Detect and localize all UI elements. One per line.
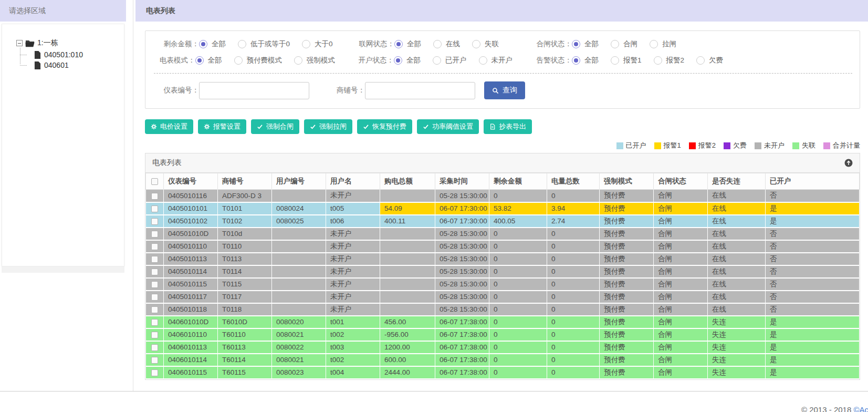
row-checkbox[interactable] [151, 193, 158, 200]
toolbar-button[interactable]: 强制拉闸 [304, 119, 352, 134]
shop-no-input[interactable] [365, 82, 475, 99]
row-checkbox[interactable] [151, 306, 158, 313]
row-checkbox[interactable] [151, 231, 158, 238]
row-checkbox[interactable] [151, 294, 158, 301]
radio-unselected-icon[interactable] [294, 56, 302, 65]
radio-unselected-icon[interactable] [479, 56, 487, 65]
table-row[interactable]: 0405010115T0115未开户05-28 15:30:0000预付费合闸在… [146, 278, 860, 291]
table-cell: 是 [766, 354, 860, 366]
filter-group: 联网状态： 全部 在线 失联 [347, 39, 525, 49]
row-checkbox[interactable] [151, 332, 158, 338]
search-button[interactable]: 查询 [484, 81, 525, 99]
radio-option[interactable]: 强制模式 [294, 56, 335, 65]
table-cell: T0118 [218, 303, 272, 316]
filter-panel: 剩余金额： 全部 低于或等于0 大于0联网状态： 全部 在线 失联合闸状态： 全… [145, 30, 860, 109]
radio-option[interactable]: 全部 [394, 39, 421, 49]
table-row[interactable]: 0406010110T601100080021t002-956.0006-07 … [146, 328, 860, 341]
radio-option[interactable]: 失联 [472, 39, 499, 49]
toolbar-button[interactable]: 电价设置 [145, 119, 193, 134]
toolbar-button[interactable]: 报警设置 [198, 119, 246, 134]
legend-label: 合并计量 [833, 141, 860, 150]
page-title: 电表列表 [135, 0, 868, 22]
radio-unselected-icon[interactable] [433, 40, 442, 48]
table-row[interactable]: 0406010114T601140080021t002600.0006-07 1… [146, 354, 860, 366]
table-row[interactable]: 0406010115T601150080023t0042444.0006-07 … [146, 366, 860, 379]
toolbar-button[interactable]: 抄表导出 [484, 119, 532, 134]
radio-option[interactable]: 合闸 [611, 39, 637, 49]
radio-option[interactable]: 报警1 [611, 56, 642, 65]
table-cell: 预付费 [600, 202, 654, 215]
radio-unselected-icon[interactable] [472, 40, 480, 48]
tree-node[interactable]: 040501:010 [34, 49, 124, 60]
row-checkbox[interactable] [151, 344, 158, 351]
radio-option[interactable]: 大于0 [302, 39, 333, 49]
radio-option[interactable]: 低于或等于0 [238, 39, 290, 49]
radio-option[interactable]: 拉闸 [650, 39, 676, 49]
table-cell: 合闸 [654, 228, 708, 240]
radio-unselected-icon[interactable] [654, 56, 662, 65]
toolbar-button[interactable]: 强制合闸 [251, 119, 299, 134]
copyright-brand-link[interactable]: ©Acr [853, 405, 868, 412]
table-row[interactable]: 040501010DT010d未开户05-28 15:30:0000预付费合闸在… [146, 228, 860, 240]
radio-selected-icon[interactable] [572, 40, 580, 48]
meter-no-input[interactable] [199, 82, 309, 99]
radio-option[interactable]: 全部 [195, 56, 222, 65]
table-row[interactable]: 0405010116ADF300-D 3未开户05-28 15:30:0000预… [146, 190, 860, 202]
row-checkbox[interactable] [151, 256, 158, 263]
table-row[interactable]: 040601010DT6010D0080020t001456.0006-07 1… [146, 316, 860, 328]
radio-unselected-icon[interactable] [238, 40, 246, 48]
row-checkbox[interactable] [151, 281, 158, 288]
radio-option[interactable]: 未开户 [479, 56, 513, 65]
table-row[interactable]: 0405010101T01010080024t00554.0906-07 17:… [146, 202, 860, 215]
collapse-panel-button[interactable] [844, 159, 853, 167]
radio-option[interactable]: 全部 [572, 56, 599, 65]
radio-option[interactable]: 全部 [394, 56, 421, 65]
radio-unselected-icon[interactable] [611, 56, 619, 65]
radio-option[interactable]: 全部 [199, 39, 226, 49]
table-row[interactable]: 0405010110T0110未开户05-28 15:30:0000预付费合闸在… [146, 240, 860, 253]
radio-unselected-icon[interactable] [234, 56, 243, 65]
row-checkbox[interactable] [151, 218, 158, 225]
radio-selected-icon[interactable] [394, 40, 403, 48]
row-checkbox[interactable] [151, 243, 158, 250]
search-row: 仪表编号： 商铺号： 查询 [152, 81, 854, 99]
row-checkbox-cell [146, 265, 164, 278]
radio-unselected-icon[interactable] [302, 40, 310, 48]
row-checkbox[interactable] [151, 369, 158, 376]
radio-option[interactable]: 欠费 [696, 56, 723, 65]
toolbar-button[interactable]: 功率阈值设置 [417, 119, 479, 134]
tree-node[interactable]: 040601 [34, 60, 124, 70]
radio-selected-icon[interactable] [195, 56, 204, 65]
radio-unselected-icon[interactable] [433, 56, 441, 65]
tree-collapse-icon[interactable] [16, 40, 23, 46]
radio-option[interactable]: 全部 [572, 39, 599, 49]
row-checkbox[interactable] [151, 357, 158, 364]
table-row[interactable]: 0405010118T0118未开户05-28 15:30:0000预付费合闸在… [146, 303, 860, 316]
radio-unselected-icon[interactable] [611, 40, 619, 48]
table-cell: 0405010113 [164, 253, 218, 265]
column-header: 剩余金额 [489, 173, 547, 190]
table-row[interactable]: 0405010113T0113未开户05-28 15:30:0000预付费合闸在… [146, 253, 860, 265]
radio-unselected-icon[interactable] [650, 40, 658, 48]
table-row[interactable]: 0405010102T01020080025t006400.1106-07 17… [146, 215, 860, 228]
radio-selected-icon[interactable] [199, 40, 207, 48]
row-checkbox[interactable] [151, 319, 158, 326]
table-row[interactable]: 0405010114T0114未开户05-28 15:30:0000预付费合闸在… [146, 265, 860, 278]
table-cell: 是 [766, 202, 860, 215]
radio-option[interactable]: 报警2 [654, 56, 685, 65]
select-all-checkbox[interactable] [151, 178, 158, 185]
radio-option[interactable]: 预付费模式 [234, 56, 283, 65]
tree-root-node[interactable]: 1:一栋 [16, 38, 124, 48]
radio-selected-icon[interactable] [572, 56, 580, 65]
legend-item: 报警2 [689, 141, 716, 150]
radio-option[interactable]: 已开户 [433, 56, 467, 65]
radio-option[interactable]: 在线 [433, 39, 460, 49]
toolbar-button[interactable]: 恢复预付费 [357, 119, 412, 134]
table-row[interactable]: 0405010117T0117未开户05-28 15:30:0000预付费合闸在… [146, 291, 860, 303]
radio-unselected-icon[interactable] [696, 56, 705, 65]
row-checkbox[interactable] [151, 269, 158, 275]
table-row[interactable]: 0406010113T601130080022t0031200.0006-07 … [146, 341, 860, 354]
row-checkbox[interactable] [151, 205, 158, 212]
table-cell: 0 [489, 366, 547, 379]
radio-selected-icon[interactable] [394, 56, 402, 65]
